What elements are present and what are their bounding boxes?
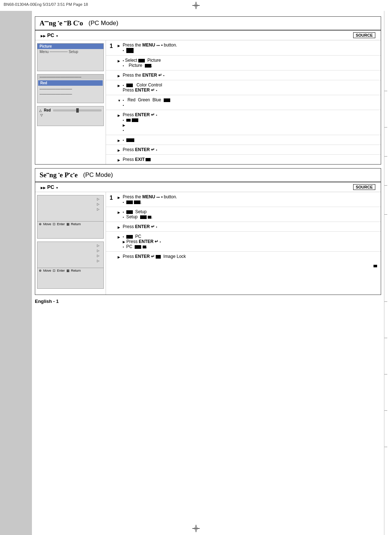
step5-row: ▼ ▪ Red Green Blue ▪ [106, 95, 381, 110]
section2: Se▪▪ng ▪e P▪c▪e (PC Mode) ▶▶ PC ▼ SOURCE [35, 168, 381, 295]
section2-screens: ▷ ▷ ▷ ⊕Move ⊡Enter ▦Return [35, 192, 106, 295]
pc-label1: PC [47, 32, 54, 38]
step1-num: 1 [110, 42, 118, 49]
s2-screen1-mockup: ▷ ▷ ▷ ⊕Move ⊡Enter ▦Return [37, 195, 104, 239]
s2-s2-arrow4: ▷ [97, 258, 103, 263]
section1-pc-header: ▶▶ PC ▼ SOURCE [35, 31, 381, 40]
s2-s1-arrow3: ▷ [97, 207, 103, 212]
step5-icon: ▼ [118, 97, 123, 102]
right-margin [384, 11, 392, 535]
step3-row: ▶ Press the ENTER ↵ ▪ [106, 70, 381, 80]
step8-text: Press ENTER ↵ ▪ [123, 147, 377, 152]
s2-s2-line3 [39, 252, 94, 257]
enter-label1: Enter [57, 222, 65, 226]
s2-s1-arrow2: ▷ [97, 202, 103, 207]
s2-s1-line4 [39, 211, 94, 215]
step6-icon: ▶ [118, 112, 123, 117]
screen1-item1: Menu ─────── Setup [37, 49, 103, 54]
screen1-title: Picture [37, 44, 103, 49]
step2-icon: ▶ [118, 58, 123, 63]
screen1-spacer2 [37, 60, 103, 65]
step5-text: ▪ Red Green Blue ▪ [123, 97, 377, 108]
step9-row: ▶ Press EXIT [106, 155, 381, 164]
s2-step2-row: ▶ ▪ Setup ▪ Setup . [106, 207, 381, 222]
step9-text: Press EXIT [123, 157, 377, 162]
screen1-mockup: Picture Menu ─────── Setup [37, 43, 104, 71]
step1-text: Press the MENU ▪▪▪ ▪ button. ▪ [123, 42, 377, 53]
s2-s2-line1 [39, 243, 94, 248]
s2-step1-text: Press the MENU ▪▪▪ ▪ button. ▪ . [123, 194, 377, 204]
s2-s2-line5 [39, 262, 94, 267]
section1-instructions: 1 ▶ Press the MENU ▪▪▪ ▪ button. ▪ ▶ ▪ S… [106, 40, 381, 164]
screen1-spacer3 [37, 65, 103, 71]
section2-mode: (PC Mode) [83, 171, 113, 179]
s2-s1-arrow1: ▷ [97, 196, 103, 202]
s2-s1-line3 [39, 206, 94, 211]
enter-label2: Enter [57, 269, 65, 272]
step2-text: ▪ Select Picture ▪ Picture . [123, 58, 377, 68]
section2-title-bar: Se▪▪ng ▪e P▪c▪e (PC Mode) [35, 169, 381, 182]
step8-row: ▶ Press ENTER ↵ ▪ [106, 145, 381, 155]
footer-english: English - 1 [35, 299, 381, 304]
step6-row: ▶ Press ENTER ↵ ▪ ▪ ▶ ▪ [106, 110, 381, 135]
section1-body: Picture Menu ─────── Setup ─────────────… [35, 40, 381, 164]
s2-s1-line2 [39, 201, 94, 206]
source-label1: SOURCE [353, 32, 375, 38]
s2-screen1-content: ▷ ▷ ▷ [37, 195, 103, 221]
s2-step5-text: Press ENTER ↵ Image Lock [123, 254, 377, 259]
section2-pc-header: ▶▶ PC ▼ SOURCE [35, 182, 381, 192]
s2-s1-line1 [39, 196, 94, 201]
step7-icon: ▶ [118, 137, 123, 142]
section2-instructions: 1 ▶ Press the MENU ▪▪▪ ▪ button. ▪ . ▶ ▪… [106, 192, 381, 295]
step6-text: Press ENTER ↵ ▪ ▪ ▶ ▪ [123, 112, 377, 133]
content-wrapper: A▪▪▪ng ▪e ▪▪B C▪o (PC Mode) ▶▶ PC ▼ SOUR… [32, 11, 384, 535]
screen3-row: △ Red [39, 108, 102, 112]
move-label1: Move [43, 222, 51, 226]
s2-screen2-arrows: ▷ ▷ ▷ ▷ [96, 242, 103, 268]
step3-icon: ▶ [118, 73, 123, 78]
s2-note [106, 261, 381, 270]
move-label2: Move [43, 269, 51, 272]
s2-step5-row: ▶ Press ENTER ↵ Image Lock [106, 252, 381, 261]
screen2-item2: ────────────── [37, 92, 103, 97]
step7-text: ▪ [123, 137, 377, 142]
s2-s2-arrow1: ▷ [97, 243, 103, 248]
s2-step1-row: 1 ▶ Press the MENU ▪▪▪ ▪ button. ▪ . [106, 192, 381, 207]
screen2-red-label: Red [38, 80, 103, 86]
s2-step1-icon: ▶ [118, 194, 123, 199]
step1-row: 1 ▶ Press the MENU ▪▪▪ ▪ button. ▪ [106, 40, 381, 56]
section1-screens: Picture Menu ─────── Setup ─────────────… [35, 40, 106, 164]
pc-label2: PC [47, 184, 54, 190]
s2-step4-icon: ▶ [118, 234, 123, 239]
section1-mode: (PC Mode) [89, 20, 118, 27]
step1-icon: ▶ [118, 42, 123, 48]
return-label1: Return [71, 222, 81, 226]
s2-screen2-mockup: ▷ ▷ ▷ ▷ ⊕Move ⊡Enter ▦Return [37, 242, 104, 289]
s2-screen1-legend: ⊕Move ⊡Enter ▦Return [37, 221, 103, 227]
s2-s2-line2 [39, 248, 94, 252]
screen2-header: ────────────────── [37, 74, 103, 80]
section1: A▪▪▪ng ▪e ▪▪B C▪o (PC Mode) ▶▶ PC ▼ SOUR… [35, 16, 381, 165]
s2-s1-line5 [39, 215, 94, 220]
s2-step5-icon: ▶ [118, 254, 123, 259]
step4-icon: ▶ [118, 82, 123, 88]
s2-step4-row: ▶ ▪ PC ▶ Press ENTER ↵ ▪ ▪ PC . [106, 232, 381, 252]
left-margin [0, 11, 32, 535]
s2-s2-line4 [39, 257, 94, 262]
s2-step3-icon: ▶ [118, 224, 123, 229]
s2-step2-text: ▪ Setup ▪ Setup . [123, 209, 377, 219]
step4-row: ▶ ▪ Color Control Press ENTER ↵ ▪ [106, 80, 381, 95]
s2-screen2-content: ▷ ▷ ▷ ▷ [37, 242, 103, 268]
section2-title-text: Se▪▪ng ▪e P▪c▪e [40, 171, 78, 179]
screen2-mockup: ────────────────── Red ────────────── ──… [37, 74, 104, 103]
s2-step3-row: ▶ Press ENTER ↵ ▪ [106, 222, 381, 232]
s2-s2-arrow3: ▷ [97, 253, 103, 258]
section1-title-bar: A▪▪▪ng ▪e ▪▪B C▪o (PC Mode) [35, 17, 381, 31]
step3-text: Press the ENTER ↵ ▪ [123, 73, 377, 78]
section1-title-text: A▪▪▪ng ▪e ▪▪B C▪o [40, 19, 83, 27]
s2-step2-icon: ▶ [118, 209, 123, 214]
section2-body: ▷ ▷ ▷ ⊕Move ⊡Enter ▦Return [35, 192, 381, 295]
screen3-down-arrow: ▽ [40, 113, 102, 117]
s2-screen1-arrows: ▷ ▷ ▷ [96, 195, 103, 221]
source-label2: SOURCE [353, 184, 375, 190]
